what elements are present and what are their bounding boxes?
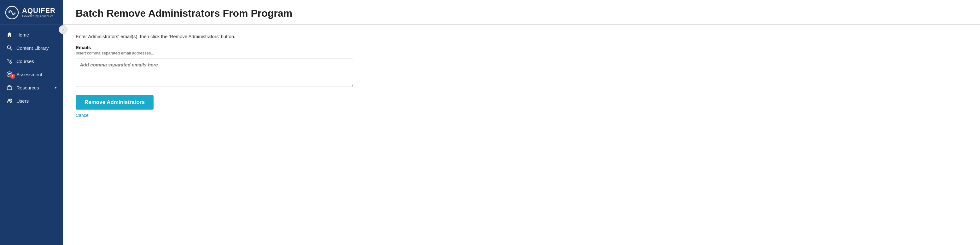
emails-field-label: Emails xyxy=(76,45,967,50)
sidebar-item-assessment[interactable]: 1 Assessment xyxy=(0,68,63,81)
sidebar-item-users-label: Users xyxy=(16,98,29,104)
sidebar-item-content-library-label: Content Library xyxy=(16,45,49,51)
aquifer-logo-icon xyxy=(5,6,19,19)
page-body: Enter Administrators' email(s), then cli… xyxy=(63,25,980,126)
svg-point-9 xyxy=(10,99,12,100)
emails-textarea[interactable] xyxy=(76,58,353,87)
sidebar-item-courses-label: Courses xyxy=(16,58,34,64)
emails-field-hint: Insert comma separated email addresses..… xyxy=(76,51,967,55)
cancel-button[interactable]: Cancel xyxy=(76,113,89,118)
instruction-text: Enter Administrators' email(s), then cli… xyxy=(76,34,967,39)
sidebar-item-resources[interactable]: Resources ▾ xyxy=(0,81,63,94)
main-content: Batch Remove Administrators From Program… xyxy=(63,0,980,245)
logo-area: AQUIFER Powered by Aqueduct xyxy=(0,0,63,25)
svg-point-8 xyxy=(8,99,10,101)
sidebar-toggle[interactable]: ‹ xyxy=(59,25,67,34)
sidebar-item-home-label: Home xyxy=(16,32,29,38)
sidebar-item-content-library[interactable]: Content Library xyxy=(0,41,63,54)
sidebar-item-assessment-label: Assessment xyxy=(16,72,42,77)
users-icon xyxy=(6,98,13,104)
svg-line-2 xyxy=(10,49,12,50)
sidebar-item-users[interactable]: Users xyxy=(0,94,63,107)
sidebar-item-resources-label: Resources xyxy=(16,85,39,90)
emails-field-group: Emails Insert comma separated email addr… xyxy=(76,45,967,88)
resources-arrow: ▾ xyxy=(55,86,57,90)
brand-subtitle: Powered by Aqueduct xyxy=(22,14,56,18)
page-header: Batch Remove Administrators From Program xyxy=(63,0,980,25)
briefcase-icon xyxy=(6,84,13,91)
sidebar: AQUIFER Powered by Aqueduct ‹ Home Conte… xyxy=(0,0,63,245)
sidebar-nav: Home Content Library Courses 1 Assessmen… xyxy=(0,25,63,245)
stethoscope-icon xyxy=(6,58,13,64)
svg-point-3 xyxy=(10,62,11,63)
assessment-icon: 1 xyxy=(6,71,13,77)
home-icon xyxy=(6,32,13,38)
svg-rect-7 xyxy=(7,87,12,90)
remove-administrators-button[interactable]: Remove Administrators xyxy=(76,95,154,110)
search-icon xyxy=(6,45,13,51)
page-title: Batch Remove Administrators From Program xyxy=(76,8,967,19)
brand-title: AQUIFER xyxy=(22,7,56,14)
assessment-badge: 1 xyxy=(10,74,15,79)
sidebar-item-home[interactable]: Home xyxy=(0,28,63,41)
sidebar-item-courses[interactable]: Courses xyxy=(0,54,63,68)
